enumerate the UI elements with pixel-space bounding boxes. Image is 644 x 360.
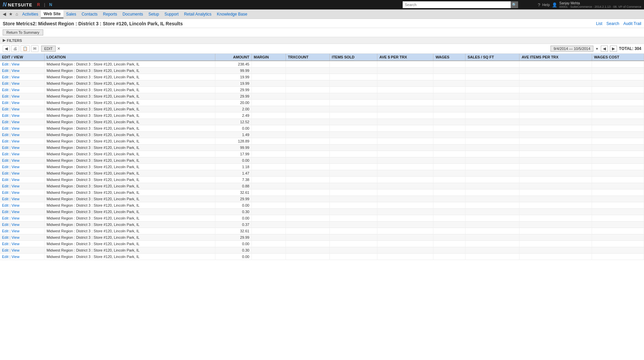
view-link[interactable]: View [11, 146, 20, 150]
edit-link[interactable]: Edit [2, 235, 8, 239]
edit-link[interactable]: Edit [2, 101, 8, 105]
cell-wages_cost [592, 125, 644, 132]
view-link[interactable]: View [11, 152, 20, 156]
view-link[interactable]: View [11, 235, 20, 239]
nav-setup[interactable]: Setup [146, 10, 162, 18]
edit-link[interactable]: Edit [2, 165, 8, 169]
view-link[interactable]: View [11, 62, 20, 66]
edit-link[interactable]: Edit [2, 133, 8, 137]
view-link[interactable]: View [11, 248, 20, 252]
view-link[interactable]: View [11, 101, 20, 105]
edit-link[interactable]: Edit [2, 223, 8, 227]
edit-link[interactable]: Edit [2, 229, 8, 233]
view-link[interactable]: View [11, 190, 20, 195]
view-link[interactable]: View [11, 81, 20, 85]
page-prev-button[interactable]: ◀ [601, 46, 608, 52]
edit-link[interactable]: Edit [2, 210, 8, 214]
edit-link[interactable]: Edit [2, 255, 8, 259]
view-link[interactable]: View [11, 107, 20, 111]
edit-link[interactable]: Edit [2, 107, 8, 111]
edit-link[interactable]: Edit [2, 126, 8, 130]
edit-link[interactable]: Edit [2, 69, 8, 73]
view-link[interactable]: View [11, 229, 20, 233]
view-link[interactable]: View [11, 94, 20, 98]
nav-reports[interactable]: Reports [100, 10, 120, 18]
return-to-summary-button[interactable]: Return To Summary [3, 29, 43, 35]
col-header-wages: WAGES [433, 54, 465, 61]
view-link[interactable]: View [11, 158, 20, 162]
edit-link[interactable]: Edit [2, 113, 8, 118]
edit-link[interactable]: Edit [2, 248, 8, 252]
cell-ave_items_per_trx [519, 61, 592, 68]
nav-support[interactable]: Support [162, 10, 181, 18]
edit-link[interactable]: Edit [2, 75, 8, 79]
edit-link[interactable]: Edit [2, 139, 8, 143]
date-range-button[interactable]: 9/4/2014 — 10/5/2014 [551, 46, 593, 52]
view-link[interactable]: View [11, 133, 20, 137]
edit-link[interactable]: Edit [2, 62, 8, 66]
nav-retail-analytics[interactable]: Retail Analytics [181, 10, 214, 18]
nav-documents[interactable]: Documents [120, 10, 146, 18]
home-button[interactable]: ⌂ [14, 11, 20, 17]
search-button[interactable]: 🔍 [511, 1, 518, 8]
view-link[interactable]: View [11, 197, 20, 201]
audit-trail-action[interactable]: Audit Trail [623, 21, 641, 26]
edit-link[interactable]: Edit [2, 120, 8, 124]
view-link[interactable]: View [11, 171, 20, 175]
view-link[interactable]: View [11, 75, 20, 79]
view-link[interactable]: View [11, 223, 20, 227]
edit-link[interactable]: Edit [2, 146, 8, 150]
edit-link[interactable]: Edit [2, 88, 8, 92]
nav-sales[interactable]: Sales [63, 10, 79, 18]
view-link[interactable]: View [11, 242, 20, 246]
view-link[interactable]: View [11, 113, 20, 118]
view-link[interactable]: View [11, 184, 20, 188]
edit-button[interactable]: EDIT [41, 46, 56, 52]
search-input[interactable] [403, 1, 511, 8]
edit-link[interactable]: Edit [2, 171, 8, 175]
search-action[interactable]: Search [607, 21, 619, 26]
cell-wages_cost [592, 132, 644, 138]
list-action[interactable]: List [596, 21, 602, 26]
help-label[interactable]: Help [542, 3, 550, 7]
star-button[interactable]: ★ [7, 11, 14, 17]
nav-contacts[interactable]: Contacts [79, 10, 100, 18]
nav-knowledge-base[interactable]: Knowledge Base [214, 10, 250, 18]
nav-website[interactable]: Web Site [41, 10, 63, 18]
toolbar-email-icon-btn[interactable]: ✉ [31, 45, 38, 52]
cell-wages_cost [592, 106, 644, 112]
view-link[interactable]: View [11, 139, 20, 143]
view-link[interactable]: View [11, 120, 20, 124]
view-link[interactable]: View [11, 69, 20, 73]
view-link[interactable]: View [11, 126, 20, 130]
filters-bar[interactable]: ▶ FILTERS [0, 37, 644, 44]
view-link[interactable]: View [11, 216, 20, 220]
view-link[interactable]: View [11, 203, 20, 207]
edit-link[interactable]: Edit [2, 158, 8, 162]
toolbar-print-icon-btn[interactable]: 🖨 [11, 45, 19, 52]
view-link[interactable]: View [11, 165, 20, 169]
edit-link[interactable]: Edit [2, 216, 8, 220]
view-link[interactable]: View [11, 255, 20, 259]
table-row: Edit | ViewMidwest Region : District 3 :… [0, 177, 644, 183]
edit-link[interactable]: Edit [2, 81, 8, 85]
edit-link[interactable]: Edit [2, 190, 8, 195]
nav-activities[interactable]: Activities [20, 10, 41, 18]
page-next-button[interactable]: ▶ [610, 46, 617, 52]
toolbar-back-icon-btn[interactable]: ◀ [3, 45, 10, 52]
edit-link[interactable]: Edit [2, 242, 8, 246]
edit-link[interactable]: Edit [2, 152, 8, 156]
toolbar-copy-icon-btn[interactable]: 📋 [21, 45, 30, 52]
view-link[interactable]: View [11, 210, 20, 214]
view-link[interactable]: View [11, 178, 20, 182]
edit-link[interactable]: Edit [2, 178, 8, 182]
table-row: Edit | ViewMidwest Region : District 3 :… [0, 189, 644, 196]
cell-ave_items_per_trx [519, 138, 592, 145]
edit-link[interactable]: Edit [2, 203, 8, 207]
back-button[interactable]: ◀ [1, 11, 7, 17]
edit-link[interactable]: Edit [2, 94, 8, 98]
edit-link[interactable]: Edit [2, 197, 8, 201]
table-header-row: EDIT / VIEW LOCATION AMOUNT MARGIN TRXCO… [0, 54, 644, 61]
view-link[interactable]: View [11, 88, 20, 92]
edit-link[interactable]: Edit [2, 184, 8, 188]
